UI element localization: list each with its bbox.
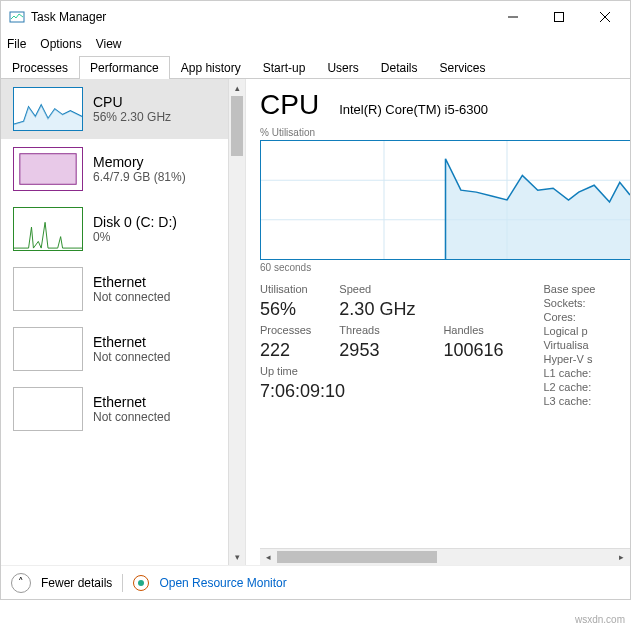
svg-rect-2 <box>555 13 564 22</box>
sidebar-item-sub: Not connected <box>93 410 170 424</box>
sidebar-item-label: Ethernet <box>93 334 170 350</box>
chevron-up-icon[interactable]: ˄ <box>11 573 31 593</box>
sidebar-item-ethernet-1[interactable]: Ethernet Not connected <box>1 259 228 319</box>
sidebar-item-sub: Not connected <box>93 350 170 364</box>
window-title: Task Manager <box>31 10 490 24</box>
divider <box>122 574 123 592</box>
sidebar-item-sub: 0% <box>93 230 177 244</box>
ethernet-thumb <box>13 267 83 311</box>
menu-options[interactable]: Options <box>40 37 81 51</box>
stat-value-processes: 222 <box>260 340 311 361</box>
close-button[interactable] <box>582 1 628 33</box>
sidebar-item-label: CPU <box>93 94 171 110</box>
tab-processes[interactable]: Processes <box>1 56 79 79</box>
sidebar-item-memory[interactable]: Memory 6.4/7.9 GB (81%) <box>1 139 228 199</box>
stat-label-uptime: Up time <box>260 365 311 377</box>
scroll-thumb[interactable] <box>277 551 437 563</box>
sidebar-item-cpu[interactable]: CPU 56% 2.30 GHz <box>1 79 228 139</box>
right-label: Hyper-V s <box>543 353 595 365</box>
sidebar-list: CPU 56% 2.30 GHz Memory 6.4/7.9 GB (81%) <box>1 79 228 565</box>
maximize-button[interactable] <box>536 1 582 33</box>
right-label: Sockets: <box>543 297 595 309</box>
tab-users[interactable]: Users <box>316 56 369 79</box>
task-manager-window: Task Manager File Options View Processes… <box>0 0 631 600</box>
resource-monitor-icon[interactable] <box>133 575 149 591</box>
fewer-details-link[interactable]: Fewer details <box>41 576 112 590</box>
cpu-thumb <box>13 87 83 131</box>
sidebar-item-disk[interactable]: Disk 0 (C: D:) 0% <box>1 199 228 259</box>
chart-y-label: % Utilisation <box>260 127 630 138</box>
page-title: CPU <box>260 89 319 121</box>
right-label: Virtualisa <box>543 339 595 351</box>
stat-label-speed: Speed <box>339 283 415 295</box>
menubar: File Options View <box>1 33 630 55</box>
minimize-button[interactable] <box>490 1 536 33</box>
menu-view[interactable]: View <box>96 37 122 51</box>
sidebar-item-label: Ethernet <box>93 274 170 290</box>
main-header: CPU Intel(R) Core(TM) i5-6300 <box>260 89 630 121</box>
stats-left: Utilisation Speed 56% 2.30 GHz Processes… <box>260 283 503 407</box>
right-label: Cores: <box>543 311 595 323</box>
scroll-left-icon[interactable]: ◂ <box>260 552 277 562</box>
main-scrollbar[interactable]: ◂ ▸ <box>260 548 630 565</box>
sidebar-item-ethernet-3[interactable]: Ethernet Not connected <box>1 379 228 439</box>
sidebar-item-label: Memory <box>93 154 186 170</box>
stat-value-utilisation: 56% <box>260 299 311 320</box>
ethernet-thumb <box>13 387 83 431</box>
scroll-down-icon[interactable]: ▾ <box>229 548 245 565</box>
menu-file[interactable]: File <box>7 37 26 51</box>
sidebar-item-sub: Not connected <box>93 290 170 304</box>
footer: ˄ Fewer details Open Resource Monitor <box>1 565 630 599</box>
scroll-up-icon[interactable]: ▴ <box>229 79 245 96</box>
open-resource-monitor-link[interactable]: Open Resource Monitor <box>159 576 286 590</box>
stat-label-threads: Threads <box>339 324 415 336</box>
sidebar-scrollbar[interactable]: ▴ ▾ <box>228 79 245 565</box>
sidebar-item-label: Ethernet <box>93 394 170 410</box>
sidebar-item-sub: 6.4/7.9 GB (81%) <box>93 170 186 184</box>
cpu-chart[interactable] <box>260 140 630 260</box>
stat-value-uptime: 7:06:09:10 <box>260 381 503 402</box>
stats-area: Utilisation Speed 56% 2.30 GHz Processes… <box>260 283 630 407</box>
tab-start-up[interactable]: Start-up <box>252 56 317 79</box>
scroll-right-icon[interactable]: ▸ <box>613 552 630 562</box>
window-controls <box>490 1 628 33</box>
stats-right: Base spee Sockets: Cores: Logical p Virt… <box>543 283 595 407</box>
memory-thumb <box>13 147 83 191</box>
tab-app-history[interactable]: App history <box>170 56 252 79</box>
stat-label-utilisation: Utilisation <box>260 283 311 295</box>
ethernet-thumb <box>13 327 83 371</box>
svg-marker-12 <box>446 159 631 259</box>
svg-rect-6 <box>20 154 76 185</box>
watermark: wsxdn.com <box>575 614 625 625</box>
tab-performance[interactable]: Performance <box>79 56 170 79</box>
sidebar: CPU 56% 2.30 GHz Memory 6.4/7.9 GB (81%) <box>1 79 246 565</box>
right-label: L3 cache: <box>543 395 595 407</box>
cpu-model: Intel(R) Core(TM) i5-6300 <box>339 102 488 117</box>
main-panel: CPU Intel(R) Core(TM) i5-6300 % Utilisat… <box>246 79 630 565</box>
stat-value-threads: 2953 <box>339 340 415 361</box>
tabs: Processes Performance App history Start-… <box>1 55 630 79</box>
scroll-thumb[interactable] <box>231 96 243 156</box>
stat-label-processes: Processes <box>260 324 311 336</box>
sidebar-item-ethernet-2[interactable]: Ethernet Not connected <box>1 319 228 379</box>
sidebar-item-sub: 56% 2.30 GHz <box>93 110 171 124</box>
body: CPU 56% 2.30 GHz Memory 6.4/7.9 GB (81%) <box>1 79 630 565</box>
tab-services[interactable]: Services <box>428 56 496 79</box>
titlebar[interactable]: Task Manager <box>1 1 630 33</box>
tab-details[interactable]: Details <box>370 56 429 79</box>
right-label: Logical p <box>543 325 595 337</box>
stat-label-handles: Handles <box>443 324 503 336</box>
stat-value-speed: 2.30 GHz <box>339 299 415 320</box>
app-icon <box>9 9 25 25</box>
right-label: Base spee <box>543 283 595 295</box>
chart-x-label: 60 seconds <box>260 262 630 273</box>
stat-value-handles: 100616 <box>443 340 503 361</box>
right-label: L1 cache: <box>543 367 595 379</box>
right-label: L2 cache: <box>543 381 595 393</box>
sidebar-item-label: Disk 0 (C: D:) <box>93 214 177 230</box>
disk-thumb <box>13 207 83 251</box>
